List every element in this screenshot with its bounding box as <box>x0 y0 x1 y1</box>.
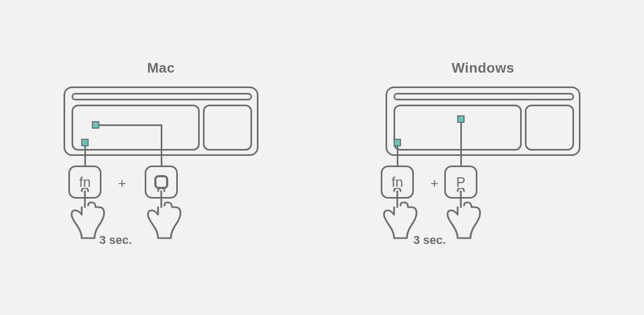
plus-symbol: + <box>118 175 126 192</box>
keyboard-numpad-area <box>203 105 252 151</box>
panel-windows: Windows fn + P <box>322 0 644 315</box>
keyboard-keys-area <box>394 105 522 151</box>
keyboard-top-bar <box>394 93 574 100</box>
connector-line <box>397 146 398 167</box>
key-o-glyph-icon <box>154 175 168 189</box>
keyboard-top-bar <box>72 93 252 100</box>
connector-line <box>460 123 462 167</box>
key-marker-o-icon <box>92 121 99 129</box>
keyboard-outline-windows <box>386 86 580 156</box>
duration-label-mac: 3 sec. <box>99 233 132 247</box>
key-marker-fn-icon <box>394 139 401 146</box>
keyboard-numpad-area <box>525 105 574 151</box>
connector-line <box>161 124 162 167</box>
hand-press-icon <box>135 188 188 247</box>
heading-mac: Mac <box>0 60 322 76</box>
key-marker-fn-icon <box>81 139 89 146</box>
heading-windows: Windows <box>322 60 644 76</box>
panel-mac: Mac fn + <box>0 0 322 315</box>
duration-label-windows: 3 sec. <box>413 233 446 247</box>
keyboard-keys-area <box>72 105 200 151</box>
connector-line <box>84 146 86 167</box>
key-marker-p-icon <box>457 115 465 123</box>
connector-line <box>99 124 162 126</box>
